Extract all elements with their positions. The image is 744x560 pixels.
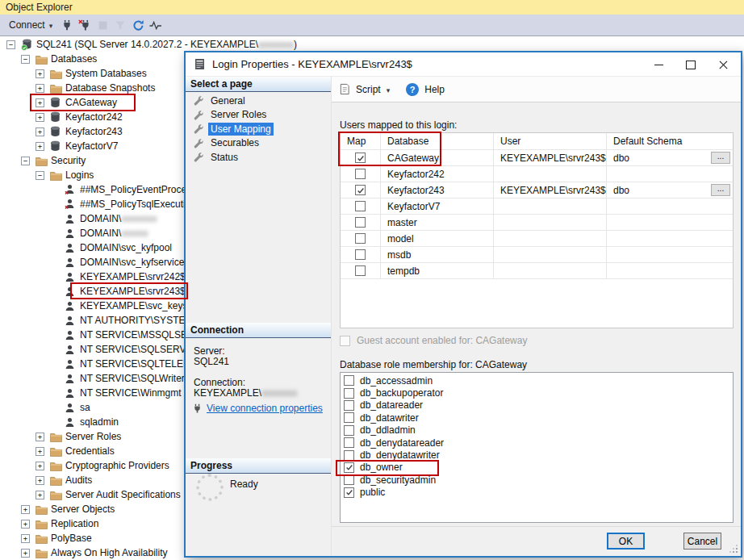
user-cell[interactable] <box>494 263 607 278</box>
checkbox[interactable] <box>355 153 366 163</box>
page-item-server-roles[interactable]: Server Roles <box>186 108 331 123</box>
expand-icon[interactable]: + <box>21 520 30 529</box>
expand-icon[interactable]: + <box>21 505 30 514</box>
userx-icon <box>65 199 79 210</box>
script-button[interactable]: Script <box>356 84 381 95</box>
checkbox[interactable] <box>344 412 354 423</box>
expand-icon[interactable]: + <box>36 113 44 122</box>
role-item-public[interactable]: public <box>341 487 733 499</box>
user-cell[interactable]: KEYEXAMPLE\srvr243$ <box>494 182 607 198</box>
connect-icon[interactable] <box>58 16 76 34</box>
object-explorer-title: Object Explorer <box>0 0 744 15</box>
checkbox[interactable] <box>344 462 354 473</box>
collapse-icon[interactable]: − <box>21 55 30 64</box>
browse-schema-button[interactable]: ... <box>711 152 730 164</box>
page-item-general[interactable]: General <box>186 94 331 108</box>
role-item-db_backupoperator[interactable]: db_backupoperator <box>341 387 733 399</box>
expand-icon[interactable]: + <box>36 69 44 78</box>
checkbox[interactable] <box>355 185 366 195</box>
server-icon <box>21 39 36 51</box>
expand-icon[interactable]: + <box>21 534 30 543</box>
expand-icon[interactable]: + <box>36 462 44 470</box>
user-cell[interactable] <box>494 247 607 262</box>
expand-icon[interactable]: + <box>36 491 44 499</box>
role-item-db_ddladmin[interactable]: db_ddladmin <box>341 424 733 437</box>
close-button[interactable] <box>707 52 739 77</box>
dialog-toolbar: Script Help <box>332 77 741 102</box>
role-item-db_datareader[interactable]: db_datareader <box>341 399 733 412</box>
database-cell: master <box>381 215 494 230</box>
expand-icon[interactable]: + <box>36 142 44 151</box>
user-icon <box>65 214 79 224</box>
folder-icon <box>36 156 50 166</box>
role-item-db_accessadmin[interactable]: db_accessadmin <box>341 374 733 387</box>
schema-cell[interactable]: dbo... <box>607 150 733 165</box>
user-cell[interactable] <box>494 215 607 230</box>
user-cell[interactable] <box>494 199 607 214</box>
role-item-db_owner[interactable]: db_owner <box>341 462 733 474</box>
user-icon <box>65 359 79 370</box>
checkbox[interactable] <box>355 217 366 228</box>
chevron-down-icon[interactable] <box>387 84 391 95</box>
browse-schema-button[interactable]: ... <box>711 184 730 196</box>
expand-icon[interactable]: + <box>36 127 44 136</box>
schema-cell[interactable] <box>607 247 733 262</box>
connect-button[interactable]: Connect <box>5 18 56 32</box>
checkbox[interactable] <box>344 474 354 485</box>
role-item-db_denydatareader[interactable]: db_denydatareader <box>341 437 733 449</box>
schema-cell[interactable] <box>607 215 733 230</box>
user-cell[interactable] <box>494 231 607 246</box>
resize-grip[interactable] <box>736 551 738 553</box>
checkbox[interactable] <box>344 487 354 498</box>
page-item-user-mapping[interactable]: User Mapping <box>186 122 331 136</box>
role-item-db_securityadmin[interactable]: db_securityadmin <box>341 474 733 486</box>
expand-icon[interactable]: + <box>36 433 44 441</box>
collapse-icon[interactable]: − <box>6 40 15 49</box>
view-connection-properties-link[interactable]: View connection properties <box>207 403 323 414</box>
checkbox[interactable] <box>355 249 366 260</box>
schema-cell[interactable] <box>607 231 733 246</box>
user-cell[interactable]: KEYEXAMPLE\srvr243$ <box>494 150 607 165</box>
checkbox[interactable] <box>344 450 354 461</box>
disconnect-icon[interactable] <box>76 16 94 34</box>
user-cell[interactable] <box>494 166 607 182</box>
checkbox[interactable] <box>344 437 354 448</box>
maximize-button[interactable] <box>675 52 707 77</box>
collapse-icon[interactable]: − <box>21 157 30 165</box>
checkbox[interactable] <box>344 375 354 386</box>
help-button[interactable]: Help <box>424 84 445 95</box>
expand-icon[interactable]: + <box>36 476 44 485</box>
ok-button[interactable]: OK <box>607 533 645 550</box>
expand-icon[interactable]: + <box>36 98 44 107</box>
checkbox[interactable] <box>344 400 354 411</box>
expand-icon[interactable]: + <box>36 84 44 93</box>
checkbox[interactable] <box>355 233 366 244</box>
schema-cell[interactable] <box>607 166 733 182</box>
checkbox[interactable] <box>355 265 366 276</box>
expand-icon[interactable]: + <box>36 447 44 456</box>
progress-status: Ready <box>230 479 258 490</box>
db-icon <box>50 140 65 152</box>
folder-icon <box>36 54 50 65</box>
checkbox[interactable] <box>355 169 366 179</box>
minimize-button[interactable] <box>642 52 675 77</box>
activity-monitor-icon[interactable] <box>147 16 165 34</box>
role-item-db_datawriter[interactable]: db_datawriter <box>341 412 733 424</box>
cancel-button[interactable]: Cancel <box>683 533 721 550</box>
schema-cell[interactable] <box>607 263 733 278</box>
role-item-db_denydatawriter[interactable]: db_denydatawriter <box>341 449 733 461</box>
wrench-icon <box>193 110 203 120</box>
schema-cell[interactable] <box>607 199 733 214</box>
tree-item[interactable]: −SQL241 (SQL Server 14.0.2027.2 - KEYEXA… <box>0 37 744 52</box>
collapse-icon[interactable]: − <box>36 171 44 180</box>
folder-icon <box>36 504 50 515</box>
checkbox[interactable] <box>355 201 366 211</box>
wrench-icon <box>193 95 203 106</box>
refresh-icon[interactable] <box>129 16 147 34</box>
schema-cell[interactable]: dbo... <box>607 182 733 198</box>
checkbox[interactable] <box>344 425 354 436</box>
checkbox[interactable] <box>344 388 354 399</box>
page-item-securables[interactable]: Securables <box>186 136 331 151</box>
expand-icon[interactable]: + <box>21 549 30 558</box>
page-item-status[interactable]: Status <box>186 150 331 165</box>
